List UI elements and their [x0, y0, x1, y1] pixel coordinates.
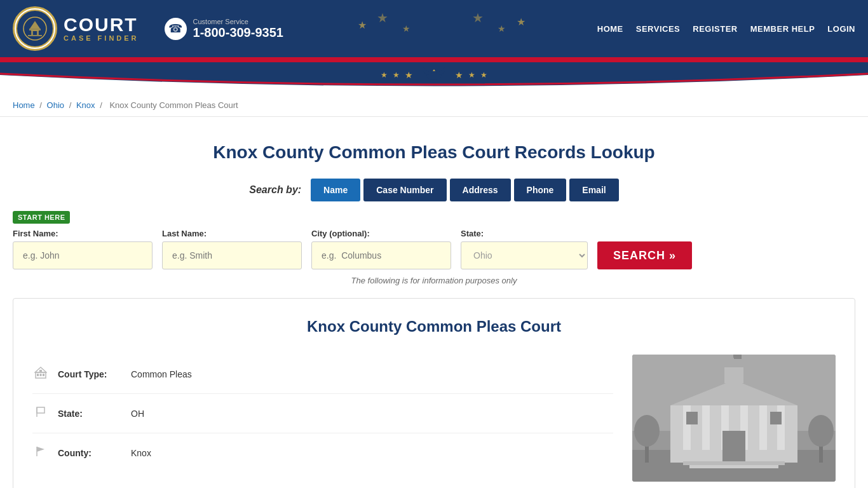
svg-rect-38 — [770, 412, 782, 424]
last-name-input[interactable] — [162, 241, 302, 269]
search-by-row: Search by: Name Case Number Address Phon… — [13, 179, 855, 201]
county-label: County: — [58, 448, 121, 458]
page-title: Knox County Common Pleas Court Records L… — [13, 142, 855, 163]
eagle-area: ★ ★ ★ ★ ★ ★ — [381, 64, 487, 86]
logo-area: COURT CASE FINDER — [13, 6, 139, 51]
svg-rect-20 — [39, 370, 42, 372]
svg-point-44 — [634, 415, 660, 447]
court-info-list: Court Type: Common Pleas State: OH — [32, 355, 613, 482]
main-content: Knox County Common Pleas Court Records L… — [0, 117, 868, 488]
state-item: State: OH — [32, 394, 613, 433]
svg-text:★: ★ — [377, 11, 388, 25]
nav-login[interactable]: LOGIN — [827, 24, 855, 34]
logo-text: COURT CASE FINDER — [64, 15, 139, 42]
state-group: State: Ohio Alabama Alaska Arizona Calif… — [461, 229, 588, 269]
svg-text:★: ★ — [472, 11, 484, 25]
svg-text:★: ★ — [498, 24, 506, 34]
nav: HOME SERVICES REGISTER MEMBER HELP LOGIN — [597, 24, 855, 34]
breadcrumb-sep-1: / — [39, 100, 44, 110]
svg-point-46 — [808, 415, 834, 447]
svg-rect-5 — [28, 35, 42, 36]
city-label: City (optional): — [311, 229, 451, 238]
nav-home[interactable]: HOME — [597, 24, 623, 34]
tab-name[interactable]: Name — [311, 179, 360, 201]
first-name-group: First Name: — [13, 229, 153, 269]
start-here-badge: START HERE — [13, 211, 70, 224]
search-by-label: Search by: — [249, 184, 301, 196]
city-input[interactable] — [311, 241, 451, 269]
star-right-3: ★ — [480, 71, 487, 79]
breadcrumb-ohio[interactable]: Ohio — [47, 100, 64, 110]
header-stars: ★ ★ ★ ★ ★ ★ — [283, 10, 597, 48]
svg-rect-17 — [39, 374, 41, 376]
phone-area: ☎ Customer Service 1-800-309-9351 — [165, 18, 283, 40]
state-select[interactable]: Ohio Alabama Alaska Arizona California F… — [461, 241, 588, 269]
state-label-card: State: — [58, 409, 121, 419]
svg-rect-34 — [759, 405, 767, 450]
svg-rect-48 — [734, 355, 742, 359]
flag-outline-icon — [32, 405, 48, 421]
state-label: State: — [461, 229, 588, 238]
breadcrumb-sep-3: / — [100, 100, 104, 110]
logo-icon — [22, 16, 48, 41]
phone-icon: ☎ — [165, 18, 187, 40]
svg-rect-41 — [683, 461, 785, 465]
eagle-icon — [418, 64, 450, 86]
stars-decoration: ★ ★ ★ ★ ★ ★ — [345, 10, 536, 48]
svg-rect-36 — [722, 431, 745, 463]
info-note: The following is for information purpose… — [13, 276, 855, 285]
court-type-label: Court Type: — [58, 369, 121, 379]
county-item: County: Knox — [32, 433, 613, 472]
last-name-group: Last Name: — [162, 229, 302, 269]
wave-banner: ★ ★ ★ ★ ★ ★ — [0, 62, 868, 94]
breadcrumb-knox[interactable]: Knox — [76, 100, 95, 110]
breadcrumb: Home / Ohio / Knox / Knox County Common … — [0, 94, 868, 117]
star-right-1: ★ — [455, 70, 463, 80]
svg-marker-3 — [30, 21, 40, 29]
tab-email[interactable]: Email — [569, 179, 618, 201]
star-left-2: ★ — [393, 71, 400, 79]
breadcrumb-sep-2: / — [69, 100, 74, 110]
header: COURT CASE FINDER ☎ Customer Service 1-8… — [0, 0, 868, 57]
last-name-label: Last Name: — [162, 229, 302, 238]
svg-rect-37 — [686, 412, 698, 424]
search-button[interactable]: SEARCH » — [597, 241, 692, 269]
svg-rect-4 — [33, 31, 37, 35]
tab-phone[interactable]: Phone — [514, 179, 567, 201]
phone-number: 1-800-309-9351 — [193, 25, 283, 40]
court-type-value: Common Pleas — [131, 369, 192, 379]
city-group: City (optional): — [311, 229, 451, 269]
state-value: OH — [131, 409, 144, 419]
courthouse-svg — [632, 355, 836, 482]
court-image — [632, 355, 836, 482]
star-right-2: ★ — [468, 71, 475, 79]
logo-circle — [13, 6, 57, 51]
nav-services[interactable]: SERVICES — [636, 24, 681, 34]
star-left-3: ★ — [405, 70, 413, 80]
county-value: Knox — [131, 448, 151, 458]
court-card: Knox County Common Pleas Court — [13, 298, 855, 488]
svg-rect-42 — [689, 465, 778, 468]
svg-marker-23 — [37, 447, 44, 452]
phone-label: Customer Service — [193, 18, 283, 25]
flag-icon — [32, 445, 48, 461]
svg-text:★: ★ — [402, 24, 410, 34]
svg-rect-16 — [37, 374, 39, 376]
svg-rect-31 — [702, 405, 710, 450]
red-strip — [0, 57, 868, 62]
tab-address[interactable]: Address — [450, 179, 511, 201]
first-name-label: First Name: — [13, 229, 153, 238]
svg-rect-2 — [29, 29, 41, 30]
breadcrumb-current: Knox County Common Pleas Court — [109, 100, 238, 110]
breadcrumb-home[interactable]: Home — [13, 100, 35, 110]
svg-text:★: ★ — [517, 17, 526, 27]
court-card-title: Knox County Common Pleas Court — [32, 318, 836, 336]
star-left-1: ★ — [381, 71, 388, 79]
nav-member-help[interactable]: MEMBER HELP — [750, 24, 815, 34]
first-name-input[interactable] — [13, 241, 153, 269]
nav-register[interactable]: REGISTER — [693, 24, 737, 34]
court-type-item: Court Type: Common Pleas — [32, 355, 613, 394]
svg-text:★: ★ — [358, 20, 367, 30]
phone-info: Customer Service 1-800-309-9351 — [193, 18, 283, 40]
tab-case-number[interactable]: Case Number — [363, 179, 446, 201]
